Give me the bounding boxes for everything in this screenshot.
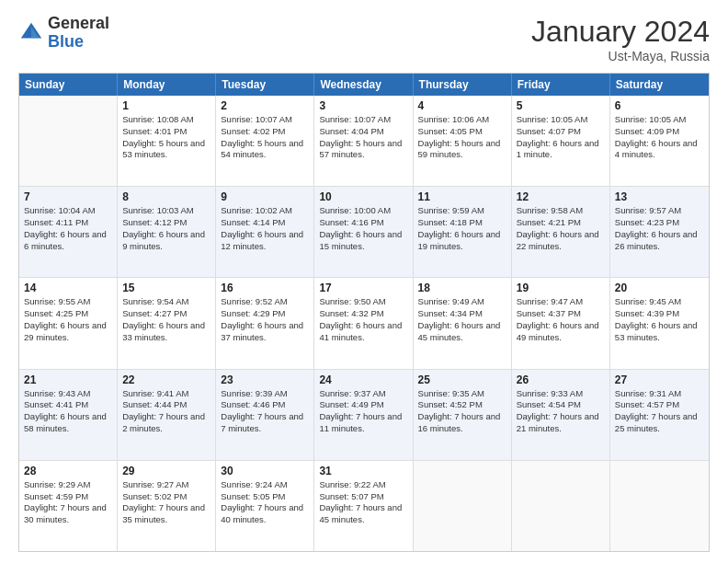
cal-cell-1: 1Sunrise: 10:08 AM Sunset: 4:01 PM Dayli… bbox=[118, 96, 216, 186]
day-number: 12 bbox=[517, 190, 605, 203]
cal-cell-23: 23Sunrise: 9:39 AM Sunset: 4:46 PM Dayli… bbox=[216, 370, 314, 460]
day-info: Sunrise: 9:31 AM Sunset: 4:57 PM Dayligh… bbox=[615, 388, 704, 435]
cal-cell-8: 8Sunrise: 10:03 AM Sunset: 4:12 PM Dayli… bbox=[118, 187, 216, 277]
day-number: 10 bbox=[319, 190, 407, 203]
header-day-sunday: Sunday bbox=[19, 74, 118, 96]
cal-cell-20: 20Sunrise: 9:45 AM Sunset: 4:39 PM Dayli… bbox=[610, 278, 709, 368]
cal-cell-18: 18Sunrise: 9:49 AM Sunset: 4:34 PM Dayli… bbox=[414, 278, 512, 368]
day-number: 23 bbox=[221, 373, 309, 386]
header-day-wednesday: Wednesday bbox=[314, 74, 413, 96]
day-info: Sunrise: 10:03 AM Sunset: 4:12 PM Daylig… bbox=[122, 205, 210, 252]
day-info: Sunrise: 9:33 AM Sunset: 4:54 PM Dayligh… bbox=[517, 388, 605, 435]
day-number: 3 bbox=[319, 99, 407, 112]
day-number: 1 bbox=[122, 99, 210, 112]
day-info: Sunrise: 10:05 AM Sunset: 4:07 PM Daylig… bbox=[517, 114, 605, 161]
cal-cell-2: 2Sunrise: 10:07 AM Sunset: 4:02 PM Dayli… bbox=[216, 96, 314, 186]
logo-general-text: General bbox=[48, 15, 109, 33]
day-info: Sunrise: 10:08 AM Sunset: 4:01 PM Daylig… bbox=[122, 114, 210, 161]
day-number: 9 bbox=[221, 190, 309, 203]
day-info: Sunrise: 9:43 AM Sunset: 4:41 PM Dayligh… bbox=[24, 388, 112, 435]
day-number: 20 bbox=[615, 282, 704, 294]
day-info: Sunrise: 10:07 AM Sunset: 4:04 PM Daylig… bbox=[319, 114, 407, 161]
cal-cell-24: 24Sunrise: 9:37 AM Sunset: 4:49 PM Dayli… bbox=[314, 370, 413, 460]
cal-cell-empty bbox=[19, 96, 118, 186]
cal-cell-16: 16Sunrise: 9:52 AM Sunset: 4:29 PM Dayli… bbox=[216, 278, 314, 368]
cal-cell-13: 13Sunrise: 9:57 AM Sunset: 4:23 PM Dayli… bbox=[610, 187, 709, 277]
day-number: 29 bbox=[122, 465, 210, 477]
day-info: Sunrise: 9:45 AM Sunset: 4:39 PM Dayligh… bbox=[615, 296, 704, 343]
month-title: January 2024 bbox=[531, 15, 710, 49]
day-info: Sunrise: 10:05 AM Sunset: 4:09 PM Daylig… bbox=[615, 114, 704, 161]
header-day-monday: Monday bbox=[118, 74, 216, 96]
cal-cell-9: 9Sunrise: 10:02 AM Sunset: 4:14 PM Dayli… bbox=[216, 187, 314, 277]
logo-blue-text: Blue bbox=[48, 33, 109, 52]
cal-cell-4: 4Sunrise: 10:06 AM Sunset: 4:05 PM Dayli… bbox=[414, 96, 512, 186]
day-info: Sunrise: 9:58 AM Sunset: 4:21 PM Dayligh… bbox=[517, 205, 605, 252]
cal-cell-12: 12Sunrise: 9:58 AM Sunset: 4:21 PM Dayli… bbox=[512, 187, 610, 277]
cal-cell-21: 21Sunrise: 9:43 AM Sunset: 4:41 PM Dayli… bbox=[19, 370, 118, 460]
day-info: Sunrise: 9:27 AM Sunset: 5:02 PM Dayligh… bbox=[122, 479, 210, 526]
cal-cell-29: 29Sunrise: 9:27 AM Sunset: 5:02 PM Dayli… bbox=[118, 461, 216, 551]
day-info: Sunrise: 9:54 AM Sunset: 4:27 PM Dayligh… bbox=[122, 296, 210, 343]
day-number: 25 bbox=[418, 373, 506, 386]
calendar-row-3: 14Sunrise: 9:55 AM Sunset: 4:25 PM Dayli… bbox=[19, 278, 709, 369]
day-info: Sunrise: 10:06 AM Sunset: 4:05 PM Daylig… bbox=[418, 114, 506, 161]
day-number: 24 bbox=[319, 373, 407, 386]
day-number: 11 bbox=[418, 190, 506, 203]
day-number: 31 bbox=[319, 465, 407, 477]
day-info: Sunrise: 9:50 AM Sunset: 4:32 PM Dayligh… bbox=[319, 296, 407, 343]
logo-text: General Blue bbox=[48, 15, 109, 52]
cal-cell-11: 11Sunrise: 9:59 AM Sunset: 4:18 PM Dayli… bbox=[414, 187, 512, 277]
calendar-header: SundayMondayTuesdayWednesdayThursdayFrid… bbox=[19, 74, 709, 96]
day-info: Sunrise: 9:52 AM Sunset: 4:29 PM Dayligh… bbox=[221, 296, 309, 343]
cal-cell-30: 30Sunrise: 9:24 AM Sunset: 5:05 PM Dayli… bbox=[216, 461, 314, 551]
cal-cell-3: 3Sunrise: 10:07 AM Sunset: 4:04 PM Dayli… bbox=[314, 96, 413, 186]
day-info: Sunrise: 10:07 AM Sunset: 4:02 PM Daylig… bbox=[221, 114, 309, 161]
day-info: Sunrise: 9:39 AM Sunset: 4:46 PM Dayligh… bbox=[221, 388, 309, 435]
day-info: Sunrise: 9:41 AM Sunset: 4:44 PM Dayligh… bbox=[122, 388, 210, 435]
cal-cell-28: 28Sunrise: 9:29 AM Sunset: 4:59 PM Dayli… bbox=[19, 461, 118, 551]
day-number: 17 bbox=[319, 282, 407, 294]
day-number: 19 bbox=[517, 282, 605, 294]
cal-cell-5: 5Sunrise: 10:05 AM Sunset: 4:07 PM Dayli… bbox=[512, 96, 610, 186]
day-info: Sunrise: 9:59 AM Sunset: 4:18 PM Dayligh… bbox=[418, 205, 506, 252]
cal-cell-27: 27Sunrise: 9:31 AM Sunset: 4:57 PM Dayli… bbox=[610, 370, 709, 460]
header-day-thursday: Thursday bbox=[414, 74, 512, 96]
day-info: Sunrise: 9:47 AM Sunset: 4:37 PM Dayligh… bbox=[517, 296, 605, 343]
calendar-row-1: 1Sunrise: 10:08 AM Sunset: 4:01 PM Dayli… bbox=[19, 96, 709, 187]
day-info: Sunrise: 9:57 AM Sunset: 4:23 PM Dayligh… bbox=[615, 205, 704, 252]
day-info: Sunrise: 9:22 AM Sunset: 5:07 PM Dayligh… bbox=[319, 479, 407, 526]
calendar-row-4: 21Sunrise: 9:43 AM Sunset: 4:41 PM Dayli… bbox=[19, 370, 709, 461]
cal-cell-empty bbox=[414, 461, 512, 551]
day-info: Sunrise: 9:24 AM Sunset: 5:05 PM Dayligh… bbox=[221, 479, 309, 526]
day-number: 21 bbox=[24, 373, 112, 386]
day-number: 22 bbox=[122, 373, 210, 386]
day-number: 7 bbox=[24, 190, 112, 203]
day-number: 8 bbox=[122, 190, 210, 203]
calendar-row-5: 28Sunrise: 9:29 AM Sunset: 4:59 PM Dayli… bbox=[19, 461, 709, 551]
cal-cell-31: 31Sunrise: 9:22 AM Sunset: 5:07 PM Dayli… bbox=[314, 461, 413, 551]
cal-cell-19: 19Sunrise: 9:47 AM Sunset: 4:37 PM Dayli… bbox=[512, 278, 610, 368]
day-number: 28 bbox=[24, 465, 112, 477]
day-number: 5 bbox=[517, 99, 605, 112]
day-number: 13 bbox=[615, 190, 704, 203]
day-info: Sunrise: 9:37 AM Sunset: 4:49 PM Dayligh… bbox=[319, 388, 407, 435]
cal-cell-empty bbox=[610, 461, 709, 551]
day-info: Sunrise: 9:49 AM Sunset: 4:34 PM Dayligh… bbox=[418, 296, 506, 343]
day-number: 15 bbox=[122, 282, 210, 294]
day-number: 14 bbox=[24, 282, 112, 294]
cal-cell-14: 14Sunrise: 9:55 AM Sunset: 4:25 PM Dayli… bbox=[19, 278, 118, 368]
page: General Blue January 2024 Ust-Maya, Russ… bbox=[0, 0, 728, 563]
day-number: 26 bbox=[517, 373, 605, 386]
day-info: Sunrise: 9:35 AM Sunset: 4:52 PM Dayligh… bbox=[418, 388, 506, 435]
day-info: Sunrise: 9:29 AM Sunset: 4:59 PM Dayligh… bbox=[24, 479, 112, 526]
cal-cell-7: 7Sunrise: 10:04 AM Sunset: 4:11 PM Dayli… bbox=[19, 187, 118, 277]
cal-cell-17: 17Sunrise: 9:50 AM Sunset: 4:32 PM Dayli… bbox=[314, 278, 413, 368]
day-number: 2 bbox=[221, 99, 309, 112]
day-info: Sunrise: 9:55 AM Sunset: 4:25 PM Dayligh… bbox=[24, 296, 112, 343]
cal-cell-15: 15Sunrise: 9:54 AM Sunset: 4:27 PM Dayli… bbox=[118, 278, 216, 368]
cal-cell-6: 6Sunrise: 10:05 AM Sunset: 4:09 PM Dayli… bbox=[610, 96, 709, 186]
cal-cell-25: 25Sunrise: 9:35 AM Sunset: 4:52 PM Dayli… bbox=[414, 370, 512, 460]
cal-cell-empty bbox=[512, 461, 610, 551]
header-day-saturday: Saturday bbox=[610, 74, 709, 96]
